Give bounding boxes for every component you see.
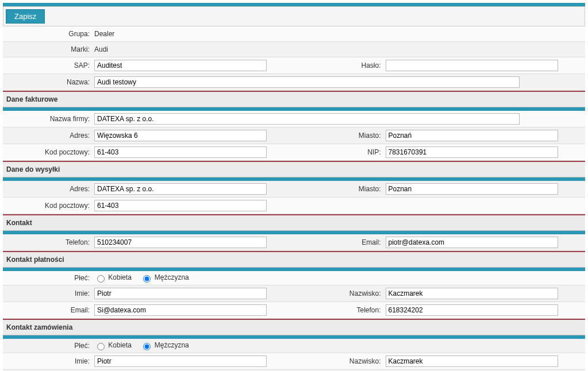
- shipping-kod-label: Kod pocztowy:: [5, 202, 94, 210]
- shipping-miasto-label: Miasto:: [297, 185, 386, 193]
- payment-plec-mezczyzna-label[interactable]: Mężczyzna: [140, 273, 189, 281]
- shipping-miasto-input[interactable]: [386, 183, 558, 195]
- nazwa-label: Nazwa:: [5, 78, 94, 86]
- haslo-input[interactable]: [386, 60, 558, 71]
- invoice-kod-label: Kod pocztowy:: [5, 148, 94, 156]
- payment-nazwisko-label: Nazwisko:: [297, 289, 386, 297]
- payment-plec-kobieta-label[interactable]: Kobieta: [94, 273, 132, 281]
- payment-plec-mezczyzna-radio[interactable]: [143, 275, 151, 283]
- grupa-value: Dealer: [94, 29, 583, 39]
- invoice-adres-label: Adres:: [5, 132, 94, 140]
- nazwa-input[interactable]: [94, 76, 520, 88]
- section-payment-header: Kontakt płatności: [3, 251, 585, 268]
- shipping-adres-label: Adres:: [5, 185, 94, 193]
- payment-telefon-label: Telefon:: [297, 306, 386, 314]
- shipping-kod-input[interactable]: [94, 200, 267, 211]
- haslo-label: Hasło:: [297, 61, 386, 69]
- payment-email-label: Email:: [5, 306, 94, 314]
- grupa-label: Grupa:: [5, 30, 94, 38]
- order-imie-input[interactable]: [94, 355, 267, 367]
- payment-email-input[interactable]: [94, 304, 267, 316]
- sap-label: SAP:: [5, 61, 94, 69]
- order-plec-kobieta-label[interactable]: Kobieta: [94, 341, 132, 349]
- invoice-nip-label: NIP:: [297, 148, 386, 156]
- order-plec-mezczyzna-radio[interactable]: [143, 343, 151, 350]
- save-button[interactable]: Zapisz: [6, 9, 45, 24]
- order-plec-label: Płeć:: [5, 342, 94, 350]
- invoice-nip-input[interactable]: [386, 146, 558, 158]
- payment-imie-input[interactable]: [94, 288, 267, 299]
- order-imie-label: Imie:: [5, 357, 94, 365]
- invoice-adres-input[interactable]: [94, 130, 267, 141]
- payment-imie-label: Imie:: [5, 289, 94, 297]
- order-nazwisko-input[interactable]: [386, 355, 558, 367]
- invoice-nazwa-firmy-input[interactable]: [94, 113, 520, 125]
- section-shipping-header: Dane do wysyłki: [3, 161, 585, 177]
- section-order-header: Kontakt zamówienia: [3, 319, 585, 335]
- order-plec-kobieta-radio[interactable]: [97, 343, 105, 350]
- invoice-miasto-input[interactable]: [386, 130, 558, 141]
- payment-plec-label: Płeć:: [5, 274, 94, 282]
- payment-telefon-input[interactable]: [386, 304, 558, 316]
- contact-telefon-label: Telefon:: [5, 238, 94, 246]
- invoice-kod-input[interactable]: [94, 146, 267, 158]
- section-invoice-header: Dane fakturowe: [3, 91, 585, 107]
- marki-value: Audi: [94, 44, 583, 55]
- contact-email-label: Email:: [297, 238, 386, 246]
- invoice-miasto-label: Miasto:: [297, 132, 386, 140]
- section-contact-header: Kontakt: [3, 214, 585, 231]
- contact-email-input[interactable]: [386, 237, 558, 248]
- payment-plec-kobieta-radio[interactable]: [97, 275, 105, 283]
- payment-nazwisko-input[interactable]: [386, 288, 558, 299]
- sap-input[interactable]: [94, 60, 267, 71]
- toolbar: Zapisz: [3, 6, 585, 26]
- order-nazwisko-label: Nazwisko:: [297, 357, 386, 365]
- shipping-adres-input[interactable]: [94, 183, 267, 195]
- order-plec-mezczyzna-label[interactable]: Mężczyzna: [140, 341, 189, 349]
- marki-label: Marki:: [5, 45, 94, 53]
- invoice-nazwa-firmy-label: Nazwa firmy:: [5, 115, 94, 123]
- contact-telefon-input[interactable]: [94, 237, 267, 248]
